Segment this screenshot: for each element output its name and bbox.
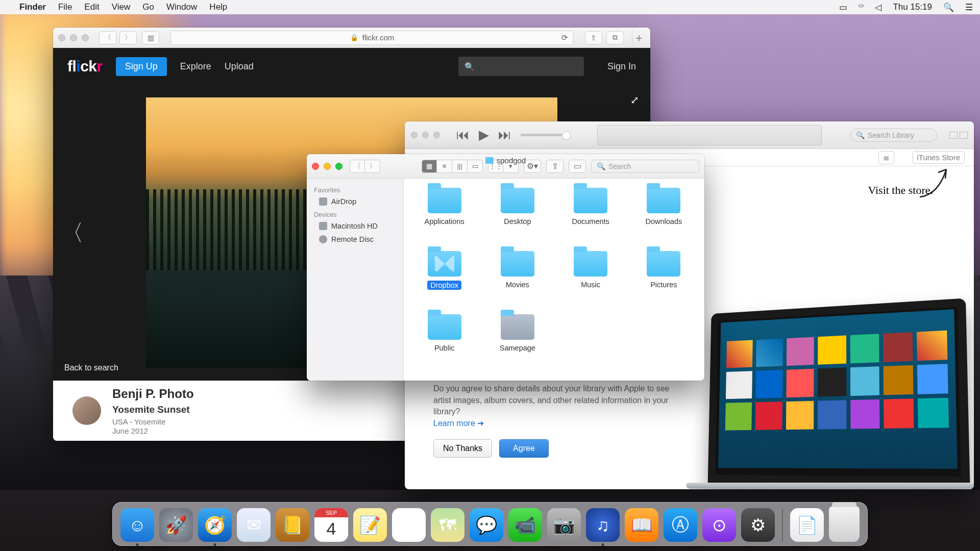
safari-back-button[interactable]: 〈: [99, 31, 116, 44]
dock-podcasts[interactable]: ⊙: [702, 508, 736, 542]
menu-view[interactable]: View: [112, 2, 131, 12]
dock-preferences[interactable]: ⚙: [741, 508, 775, 542]
dock-photobooth[interactable]: 📷: [547, 508, 581, 542]
wifi-icon[interactable]: ⌔: [859, 2, 864, 12]
share-button[interactable]: ⇪: [546, 160, 564, 173]
view-column-button[interactable]: |||: [452, 160, 468, 173]
finder-back-button[interactable]: 〈: [350, 160, 365, 173]
itunes-fullscreen-button[interactable]: [960, 132, 968, 139]
folder-samepage[interactable]: Samepage: [481, 312, 554, 372]
itunes-search-placeholder: Search Library: [868, 131, 914, 139]
safari-new-tab-button[interactable]: ＋: [632, 29, 645, 46]
dock-notes[interactable]: 📝: [353, 508, 387, 542]
itunes-zoom-button[interactable]: [433, 132, 440, 138]
itunes-store-button[interactable]: iTunes Store: [913, 151, 965, 164]
action-menu-button[interactable]: ⚙▾: [524, 160, 541, 173]
safari-share-button[interactable]: ⇪: [585, 31, 602, 44]
dock-safari[interactable]: 🧭: [198, 508, 232, 542]
dock-maps[interactable]: 🗺: [431, 508, 464, 542]
itunes-list-button[interactable]: ≣: [878, 151, 894, 164]
itunes-miniplayer-button[interactable]: [949, 132, 958, 139]
safari-minimize-button[interactable]: [70, 34, 77, 41]
dock-reminders[interactable]: ☑︎: [392, 508, 426, 542]
agree-button[interactable]: Agree: [499, 439, 549, 458]
folder-music[interactable]: Music: [554, 249, 627, 309]
finder-search-input[interactable]: 🔍 Search: [591, 160, 699, 173]
itunes-lcd: [597, 125, 822, 145]
menubar-app-name[interactable]: Finder: [19, 2, 46, 12]
folder-icon: [428, 251, 461, 277]
menu-go[interactable]: Go: [142, 2, 154, 12]
folder-public[interactable]: Public: [408, 312, 481, 372]
spotlight-icon[interactable]: 🔍: [943, 2, 954, 13]
reload-icon[interactable]: ⟳: [561, 33, 568, 42]
flickr-search-input[interactable]: 🔍: [458, 57, 584, 76]
signin-link[interactable]: Sign In: [607, 61, 636, 72]
menubar-clock[interactable]: Thu 15:19: [893, 2, 932, 12]
photo-date: June 2012: [112, 427, 148, 435]
folder-desktop[interactable]: Desktop: [481, 186, 554, 246]
volume-icon[interactable]: ◁: [875, 2, 881, 13]
view-icon-button[interactable]: ▦: [422, 160, 437, 173]
itunes-search-input[interactable]: 🔍 Search Library: [850, 129, 937, 142]
view-list-button[interactable]: ≡: [437, 160, 452, 173]
arrange-menu-button[interactable]: ▾: [503, 160, 519, 173]
finder-minimize-button[interactable]: [324, 163, 331, 170]
notification-center-icon[interactable]: ☰: [965, 2, 973, 13]
folder-dropbox[interactable]: Dropbox: [408, 249, 481, 309]
finder-zoom-button[interactable]: [335, 163, 342, 170]
airplay-icon[interactable]: ▭: [839, 2, 847, 13]
dock-launchpad[interactable]: 🚀: [159, 508, 193, 542]
folder-movies[interactable]: Movies: [481, 249, 554, 309]
dock-contacts[interactable]: 📒: [276, 508, 309, 542]
dock-facetime[interactable]: 📹: [508, 508, 542, 542]
folder-applications[interactable]: Applications: [408, 186, 481, 246]
menu-window[interactable]: Window: [166, 2, 197, 12]
safari-sidebar-button[interactable]: ▥: [142, 31, 159, 44]
safari-close-button[interactable]: [58, 34, 65, 41]
learn-more-link[interactable]: Learn more ➜: [433, 419, 484, 428]
itunes-minimize-button[interactable]: [422, 132, 429, 138]
dock-itunes[interactable]: ♫: [586, 508, 620, 542]
dock-ibooks[interactable]: 📖: [625, 508, 658, 542]
dock-mail[interactable]: ✉︎: [237, 508, 271, 542]
dock-trash[interactable]: [829, 506, 860, 542]
arrange-button[interactable]: ⋮⋮: [488, 160, 503, 173]
next-track-icon[interactable]: ⏭: [498, 127, 511, 143]
prev-track-icon[interactable]: ⏮: [456, 127, 470, 143]
dock-document[interactable]: 📄: [790, 508, 824, 542]
sidebar-item-airdrop[interactable]: AirDrop: [307, 195, 403, 208]
tags-button[interactable]: ▭: [569, 160, 586, 173]
menu-help[interactable]: Help: [209, 2, 227, 12]
dock-appstore[interactable]: Ⓐ: [664, 508, 697, 542]
finder-close-button[interactable]: [312, 163, 319, 170]
sidebar-item-macintosh-hd[interactable]: Macintosh HD: [307, 219, 403, 233]
menu-edit[interactable]: Edit: [84, 2, 99, 12]
folder-downloads[interactable]: Downloads: [627, 186, 700, 246]
dock-calendar[interactable]: SEP4: [314, 508, 348, 542]
safari-zoom-button[interactable]: [82, 34, 89, 41]
itunes-close-button[interactable]: [411, 132, 418, 138]
safari-address-bar[interactable]: 🔒 flickr.com ⟳: [170, 31, 574, 45]
back-to-search-link[interactable]: Back to search: [64, 363, 118, 372]
volume-slider[interactable]: [521, 134, 570, 136]
menu-file[interactable]: File: [58, 2, 72, 12]
folder-pictures[interactable]: Pictures: [627, 249, 700, 309]
play-icon[interactable]: ▶: [479, 127, 489, 143]
flickr-logo[interactable]: flickr: [67, 58, 103, 75]
explore-link[interactable]: Explore: [180, 61, 211, 72]
view-coverflow-button[interactable]: ▭: [468, 160, 483, 173]
signup-button[interactable]: Sign Up: [116, 57, 167, 76]
safari-forward-button[interactable]: 〉: [119, 31, 137, 44]
no-thanks-button[interactable]: No Thanks: [433, 439, 492, 458]
sidebar-item-remote-disc[interactable]: Remote Disc: [307, 233, 403, 246]
safari-tabs-button[interactable]: ⧉: [606, 31, 624, 44]
author-avatar[interactable]: [72, 396, 101, 425]
folder-documents[interactable]: Documents: [554, 186, 627, 246]
dock-finder[interactable]: ☺: [120, 508, 154, 542]
dock-messages[interactable]: 💬: [470, 508, 503, 542]
prev-photo-button[interactable]: 〈: [56, 213, 89, 253]
finder-forward-button[interactable]: 〉: [365, 160, 380, 173]
upload-link[interactable]: Upload: [225, 61, 254, 72]
fullscreen-icon[interactable]: ⤢: [630, 94, 639, 106]
